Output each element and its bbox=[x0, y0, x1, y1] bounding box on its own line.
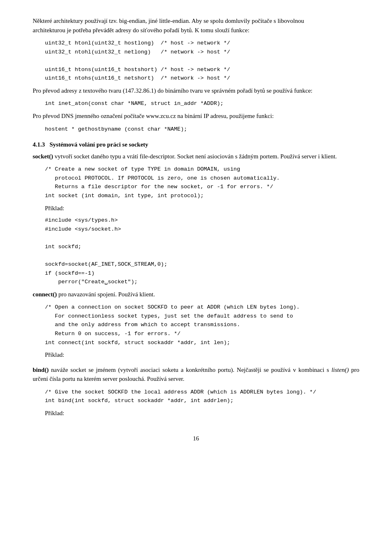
page-content: Některé architektury používají tzv. big-… bbox=[33, 16, 359, 443]
prevod-dns-content: Pro převod DNS jmenného označení počítač… bbox=[33, 113, 274, 119]
page-number: 16 bbox=[33, 434, 359, 443]
priklad2-label: Příklad: bbox=[45, 350, 359, 360]
bind-desc: naváže socket se jménem (vytvoří asociac… bbox=[51, 367, 329, 373]
intro-paragraph: Některé architektury používají tzv. big-… bbox=[33, 16, 359, 35]
bind-function-name: bind() bbox=[33, 367, 49, 373]
section-413-title: Systémová volání pro práci se sockety bbox=[49, 141, 148, 148]
section-413-number: 4.1.3 bbox=[33, 141, 45, 148]
intro-line1: Některé architektury používají tzv. big-… bbox=[33, 18, 304, 24]
connect-comment-code: /* Open a connection on socket SOCKFD to… bbox=[45, 303, 359, 347]
listen-function-name: listen() bbox=[332, 367, 349, 373]
socket-paragraph: socket() vytvoří socket daného typu a vr… bbox=[33, 152, 359, 161]
socket-comment-code: /* Create a new socket of type TYPE in d… bbox=[45, 165, 359, 200]
gethostbyname-code: hostent * gethostbyname (const char *NAM… bbox=[45, 125, 359, 134]
bind-comment-code: /* Give the socket SOCKFD the local addr… bbox=[45, 388, 359, 405]
connect-paragraph: connect() pro navazování spojení. Použív… bbox=[33, 290, 359, 299]
section-413-heading: 4.1.3 Systémová volání pro práci se sock… bbox=[33, 140, 359, 149]
bind-paragraph: bind() naváže socket se jménem (vytvoří … bbox=[33, 365, 359, 384]
connect-desc-short: pro navazování spojení. Používá klient. bbox=[58, 291, 155, 298]
prevod-text-content: Pro převod adresy z textového tvaru (147… bbox=[33, 87, 312, 94]
prevod-dns-text: Pro převod DNS jmenného označení počítač… bbox=[33, 111, 359, 121]
priklad1-code: #include <sys/types.h> #include <sys/soc… bbox=[45, 216, 359, 287]
priklad1-label: Příklad: bbox=[45, 204, 359, 213]
intro-line2: architekturou je potřeba převádět adresy… bbox=[33, 27, 249, 33]
socket-function-name: socket() bbox=[33, 153, 53, 160]
hton-functions-code: uint32_t htonl(uint32_t hostlong) /* hos… bbox=[45, 39, 359, 83]
prevod-text: Pro převod adresy z textového tvaru (147… bbox=[33, 86, 359, 96]
socket-desc: vytvoří socket daného typu a vrátí file-… bbox=[55, 153, 337, 160]
inet-aton-code: int inet_aton(const char *NAME, struct i… bbox=[45, 99, 359, 108]
connect-function-name: connect() bbox=[33, 291, 57, 298]
priklad3-label: Příklad: bbox=[45, 409, 359, 418]
